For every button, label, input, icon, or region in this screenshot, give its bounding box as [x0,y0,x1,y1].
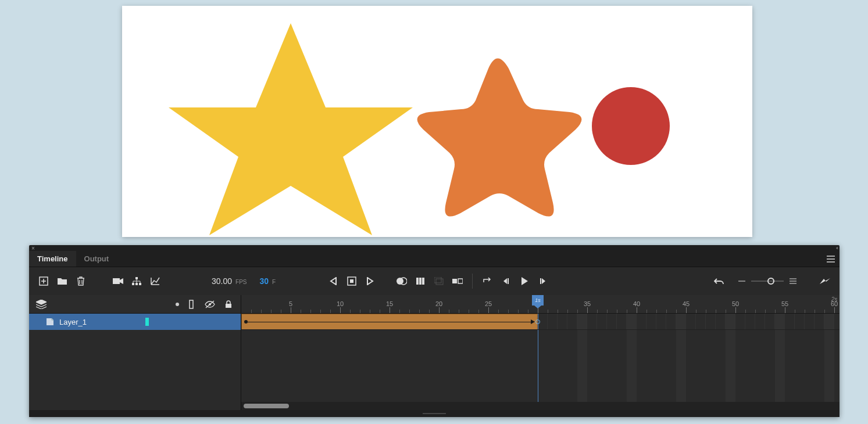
layer-page-icon [45,318,55,326]
outline-icon[interactable] [185,298,198,311]
svg-rect-21 [226,304,231,308]
ruler-label: 5 [289,300,292,307]
svg-rect-5 [139,283,141,285]
svg-rect-3 [132,283,134,285]
undo-button[interactable] [710,272,728,290]
frame-display[interactable]: 30 F [260,276,276,286]
ruler-label: 35 [584,300,591,307]
ruler-label: 55 [781,300,788,307]
edit-multiple-button[interactable] [430,272,448,290]
svg-rect-4 [135,283,138,285]
playhead-line[interactable] [538,330,538,402]
collapse-icon[interactable]: ‹‹ [836,245,837,251]
stage-canvas[interactable] [122,6,752,237]
svg-rect-15 [452,279,457,283]
timeline-toolbar: 30.00 FPS 30 F [29,267,840,295]
layer-color-swatch[interactable] [145,318,149,326]
graph-button[interactable] [147,272,164,290]
layer-column: Layer_1 [29,295,241,410]
zoom-slider[interactable] [738,281,796,282]
svg-rect-13 [436,279,443,285]
ruler-label: 10 [337,300,344,307]
frame-label: F [272,279,276,285]
step-forward-button[interactable] [534,272,552,290]
loop-button[interactable] [478,272,496,290]
shape-rounded-star[interactable] [417,59,582,217]
layers-icon[interactable] [35,298,48,311]
svg-rect-18 [540,278,541,284]
ruler-label: 20 [435,300,442,307]
onion-skin-button[interactable] [393,272,410,290]
shape-star[interactable] [169,23,413,235]
layer-row[interactable]: Layer_1 [29,314,241,330]
svg-rect-12 [422,278,424,285]
svg-rect-14 [434,277,441,283]
ruler-label: 40 [633,300,640,307]
visibility-icon[interactable] [203,298,216,311]
fps-label: FPS [235,279,247,285]
fit-button[interactable] [816,272,834,290]
trash-button[interactable] [72,272,90,290]
prev-key-button[interactable] [324,272,342,290]
keyframe-marker-button[interactable] [343,272,360,290]
marker-button[interactable] [449,272,466,290]
svg-rect-10 [416,278,419,285]
svg-rect-2 [135,277,138,279]
tab-timeline[interactable]: Timeline [29,251,76,267]
layer-header [29,295,241,314]
ruler-second-label: 2s [831,296,838,303]
folder-button[interactable] [53,272,71,290]
scrollbar-thumb[interactable] [244,404,289,408]
timeline-ruler[interactable]: 510152025303540455055602s1s [241,295,840,314]
panel-menu-button[interactable] [822,251,840,267]
horizontal-scrollbar[interactable] [241,402,840,410]
svg-rect-11 [419,278,422,285]
svg-rect-17 [508,278,509,284]
onion-outlines-button[interactable] [412,272,429,290]
frame-value: 30 [260,276,269,286]
tab-output[interactable]: Output [76,251,117,267]
play-button[interactable] [516,272,533,290]
ruler-label: 50 [732,300,739,307]
close-icon[interactable]: × [31,245,35,251]
svg-rect-1 [113,278,120,284]
timeline-panel: × ‹‹ Timeline Output 30.00 [29,245,840,417]
panel-resize-grip[interactable] [29,410,840,417]
timeline-track-area: 510152025303540455055602s1s [241,295,840,410]
shape-circle[interactable] [592,87,670,165]
hierarchy-button[interactable] [128,272,145,290]
highlight-dot-icon[interactable] [176,303,179,306]
svg-rect-7 [350,279,353,283]
playhead[interactable]: 1s [532,295,544,306]
playhead-line[interactable] [538,314,538,330]
add-frame-button[interactable] [35,272,52,290]
lock-icon[interactable] [222,298,235,311]
ruler-label: 25 [485,300,492,307]
ruler-label: 45 [683,300,690,307]
ruler-label: 15 [386,300,393,307]
layer-name: Layer_1 [59,318,87,326]
next-key-button[interactable] [362,272,379,290]
svg-rect-19 [190,300,193,308]
step-back-button[interactable] [497,272,515,290]
tween-span[interactable] [241,314,538,330]
fps-value: 30.00 [212,276,232,286]
svg-rect-16 [458,279,463,283]
fps-display[interactable]: 30.00 FPS [212,276,247,286]
camera-button[interactable] [109,272,127,290]
track-row[interactable] [241,314,840,330]
panel-tabs: Timeline Output [29,251,840,267]
